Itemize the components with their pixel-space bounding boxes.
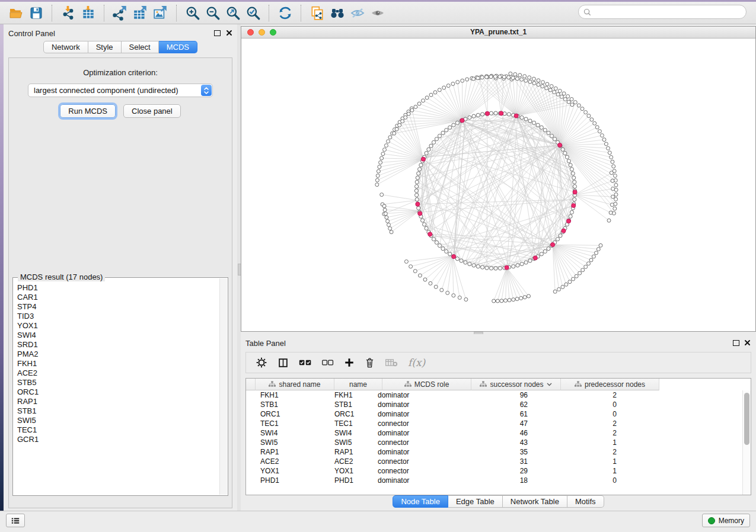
table-scrollbar-thumb[interactable] [744,393,749,445]
columns-icon[interactable] [277,357,289,368]
search-box[interactable] [578,5,747,19]
cell-predecessor-nodes[interactable]: 2 [537,391,626,399]
mcds-result-item[interactable]: SRD1 [17,340,220,350]
open-icon[interactable] [6,4,26,22]
refresh-icon[interactable] [275,4,295,22]
mcds-result-scrollbar[interactable] [219,278,227,495]
mcds-result-item[interactable]: YOX1 [17,321,220,331]
mcds-result-item[interactable]: CAR1 [17,293,220,302]
mcds-result-item[interactable]: FKH1 [17,359,220,368]
cell-shared-name[interactable]: TEC1 [256,419,330,428]
delete-table-icon[interactable] [385,357,398,368]
tab-edge-table[interactable]: Edge Table [448,495,503,508]
node-table[interactable]: shared namenameMCDS rolesuccessor nodesp… [245,378,751,495]
cell-predecessor-nodes[interactable]: 2 [537,448,626,456]
table-row[interactable]: SWI4SWI4dominator462 [246,428,751,438]
cell-shared-name[interactable]: RAP1 [256,448,330,456]
export-table-icon[interactable] [130,4,151,22]
mcds-result-item[interactable]: SWI4 [17,331,220,340]
cell-successor-nodes[interactable]: 29 [457,467,537,475]
clone-network-icon[interactable] [307,4,327,22]
cell-shared-name[interactable]: YOX1 [256,467,330,475]
table-row[interactable]: ACE2ACE2connector311 [246,457,751,466]
minimize-window-icon[interactable] [259,29,265,36]
cell-MCDS-role[interactable]: dominator [373,476,457,485]
cell-name[interactable]: SWI4 [330,429,373,437]
equation-icon[interactable]: f(x) [408,357,425,368]
cell-successor-nodes[interactable]: 46 [457,429,537,437]
column-header-successor-nodes[interactable]: successor nodes [471,379,561,390]
chevron-down-icon[interactable] [547,383,552,386]
cell-successor-nodes[interactable]: 31 [457,457,537,466]
mcds-result-item[interactable]: PMA2 [17,350,220,359]
tab-node-table[interactable]: Node Table [393,495,448,508]
zoom-selected-icon[interactable] [243,4,263,22]
optimization-criterion-select[interactable]: largest connected component (undirected) [28,84,213,97]
cell-successor-nodes[interactable]: 62 [457,400,537,409]
cell-shared-name[interactable]: SWI4 [256,429,330,437]
table-row[interactable]: SWI5SWI5connector431 [246,438,751,447]
mcds-result-item[interactable]: PHD1 [17,283,220,293]
import-network-icon[interactable] [58,4,78,22]
tab-network-table[interactable]: Network Table [503,495,567,508]
mcds-result-item[interactable]: STB1 [17,406,220,416]
close-table-panel-icon[interactable] [744,339,751,346]
close-panel-icon[interactable] [226,30,232,36]
export-network-icon[interactable] [110,4,130,22]
tab-network[interactable]: Network [43,41,88,53]
mcds-result-item[interactable]: STP4 [17,302,220,312]
table-row[interactable]: STB1STB1dominator620 [246,400,751,409]
cell-MCDS-role[interactable]: connector [373,419,457,428]
cell-successor-nodes[interactable]: 96 [457,391,537,399]
table-row[interactable]: PHD1PHD1dominator180 [246,476,751,485]
table-scrollbar[interactable] [742,390,751,495]
cell-shared-name[interactable]: ORC1 [256,410,330,418]
console-list-button[interactable] [6,514,25,527]
mcds-result-list[interactable]: PHD1CAR1STP4TID3YOX1SWI4SRD1PMA2FKH1ACE2… [13,280,220,495]
column-header-MCDS-role[interactable]: MCDS role [382,379,471,390]
mcds-result-item[interactable]: TID3 [17,312,220,321]
find-icon[interactable] [327,4,347,22]
cell-name[interactable]: STB1 [330,400,373,409]
memory-button[interactable]: Memory [702,514,750,527]
mcds-result-item[interactable]: STB5 [17,378,220,387]
cell-name[interactable]: ORC1 [330,410,373,418]
cell-MCDS-role[interactable]: dominator [373,448,457,456]
float-panel-icon[interactable] [214,30,221,36]
search-input[interactable] [591,7,746,17]
cell-shared-name[interactable]: ACE2 [256,457,330,466]
network-window-titlebar[interactable]: YPA_prune.txt_1 [241,27,755,39]
cell-shared-name[interactable]: FKH1 [256,391,330,399]
close-window-icon[interactable] [247,29,254,36]
cell-MCDS-role[interactable]: connector [373,467,457,475]
float-table-panel-icon[interactable] [733,340,739,346]
table-row[interactable]: YOX1YOX1connector291 [246,466,751,476]
cell-predecessor-nodes[interactable]: 0 [537,476,626,485]
create-column-icon[interactable] [344,357,355,368]
table-row[interactable]: FKH1FKH1dominator962 [246,390,751,400]
mcds-result-item[interactable]: ACE2 [17,368,220,378]
tab-motifs[interactable]: Motifs [567,495,604,508]
zoom-fit-icon[interactable] [223,4,243,22]
cell-predecessor-nodes[interactable]: 1 [537,438,626,447]
select-all-icon[interactable] [299,358,312,367]
zoom-out-icon[interactable] [203,4,223,22]
network-graph[interactable] [241,39,755,332]
cell-name[interactable]: YOX1 [330,467,373,475]
run-mcds-button[interactable]: Run MCDS [60,104,116,118]
maximize-window-icon[interactable] [270,29,276,36]
cell-name[interactable]: TEC1 [330,419,373,428]
cell-predecessor-nodes[interactable]: 0 [537,410,626,418]
column-header-predecessor-nodes[interactable]: predecessor nodes [561,379,659,390]
cell-MCDS-role[interactable]: dominator [373,429,457,437]
cell-successor-nodes[interactable]: 43 [457,438,537,447]
column-header-name[interactable]: name [334,379,382,390]
settings-icon[interactable] [256,357,267,368]
cell-shared-name[interactable]: STB1 [256,400,330,409]
tab-style[interactable]: Style [88,41,122,53]
cell-predecessor-nodes[interactable]: 0 [537,400,626,409]
cell-predecessor-nodes[interactable]: 1 [537,457,626,466]
cell-successor-nodes[interactable]: 61 [457,410,537,418]
cell-name[interactable]: PHD1 [330,476,373,485]
cell-MCDS-role[interactable]: dominator [373,400,457,409]
